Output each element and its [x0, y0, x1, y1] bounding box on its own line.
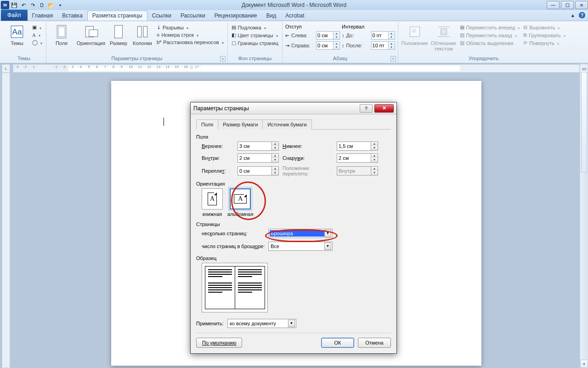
scroll-down-button[interactable]: ▼	[580, 360, 588, 368]
page-color-icon: ◧	[232, 32, 236, 38]
theme-effects-button[interactable]: ◯	[31, 39, 43, 46]
ruler-toggle-button[interactable]: ▭	[580, 64, 588, 73]
multiple-pages-label: несколько страниц:	[202, 231, 268, 236]
indent-right-input[interactable]: ▲▼	[316, 41, 340, 50]
window-title: Документ Microsoft Word - Microsoft Word	[242, 2, 346, 8]
group-icon: ⧉	[523, 32, 527, 38]
svg-rect-8	[143, 26, 147, 37]
gutter-pos-input: ▲▼	[337, 166, 378, 176]
dialog-tab-paper[interactable]: Размер бумаги	[218, 119, 263, 130]
align-button[interactable]: ⊟Выровнять	[522, 24, 566, 31]
tab-references[interactable]: Ссылки	[147, 11, 176, 21]
page-borders-icon: ▢	[232, 40, 236, 46]
page-color-button[interactable]: ◧Цвет страницы	[231, 32, 279, 39]
ok-button[interactable]: ОК	[321, 338, 354, 348]
minimize-button[interactable]: —	[547, 1, 560, 9]
dialog-titlebar[interactable]: Параметры страницы ? ✕	[191, 102, 396, 114]
selection-pane-button[interactable]: ▥Область выделения	[459, 40, 521, 46]
group-page-setup: Поля Ориентация Размер Колонки ⤓Разрывы …	[46, 22, 228, 63]
tab-view[interactable]: Вид	[261, 11, 281, 21]
hyphenation-button[interactable]: bªРасстановка переносов	[156, 39, 225, 45]
indent-left-icon: ⇤	[285, 33, 289, 39]
send-backward-icon: ▧	[460, 32, 464, 38]
breaks-button[interactable]: ⤓Разрывы	[156, 24, 225, 31]
cancel-button[interactable]: Отмена	[358, 338, 391, 348]
margins-button[interactable]: Поля	[49, 23, 74, 46]
new-icon[interactable]: 🗋	[38, 1, 46, 9]
indent-left-input[interactable]: ▲▼	[316, 31, 340, 40]
undo-icon[interactable]: ↶	[19, 1, 28, 9]
inside-margin-label: Внутри:	[202, 155, 234, 161]
theme-fonts-button[interactable]: A	[31, 32, 43, 38]
tab-page-layout[interactable]: Разметка страницы	[87, 11, 147, 21]
preview-pane	[202, 263, 268, 312]
bottom-margin-input[interactable]: ▲▼	[337, 142, 378, 151]
rotate-button[interactable]: ⟳Повернуть	[522, 40, 566, 46]
gutter-input[interactable]: ▲▼	[237, 166, 279, 176]
group-title-page-setup: Параметры страницы↘	[49, 56, 225, 63]
horizontal-ruler[interactable]: · 3 · · 2 · · 1 · · 1 · · 2 · · 3 · · 4 …	[13, 64, 580, 73]
open-icon[interactable]: 📂	[47, 1, 55, 9]
bring-forward-button[interactable]: ▦Переместить вперед	[459, 24, 521, 31]
dialog-close-button[interactable]: ✕	[374, 104, 394, 113]
columns-button[interactable]: Колонки	[131, 23, 154, 46]
save-icon[interactable]: 💾	[10, 1, 18, 9]
dialog-title: Параметры страницы	[193, 105, 249, 112]
file-tab[interactable]: Файл	[1, 10, 28, 21]
svg-rect-6	[115, 25, 123, 38]
apply-to-combo[interactable]: ко всему документу▼	[227, 319, 296, 328]
redo-icon[interactable]: ↷	[28, 1, 37, 9]
minimize-ribbon-icon[interactable]: ▴	[570, 12, 576, 18]
size-button[interactable]: Размер	[108, 23, 129, 46]
tab-mailings[interactable]: Рассылки	[176, 11, 210, 21]
dialog-tab-margins[interactable]: Поля	[196, 119, 218, 130]
svg-rect-11	[441, 29, 447, 35]
dialog-help-button[interactable]: ?	[360, 104, 373, 113]
themes-button[interactable]: Aa Темы	[5, 23, 29, 46]
orientation-portrait[interactable]: книжная	[202, 188, 223, 217]
orientation-button[interactable]: Ориентация	[76, 23, 106, 46]
spacing-before-input[interactable]: ▲▼	[371, 31, 395, 40]
theme-colors-button[interactable]: ▣	[31, 24, 43, 31]
send-backward-button[interactable]: ▧Переместить назад	[459, 32, 521, 39]
section-orientation: Ориентация	[196, 181, 391, 187]
title-bar: W 💾 ↶ ↷ 🗋 📂 ▾ Документ Microsoft Word - …	[0, 0, 588, 10]
top-margin-input[interactable]: ▲▼	[237, 142, 279, 151]
page-setup-launcher[interactable]: ↘	[220, 56, 226, 62]
section-pages: Страницы	[196, 221, 391, 227]
qat-more-icon[interactable]: ▾	[56, 1, 64, 9]
spacing-after-input[interactable]: ▲▼	[371, 41, 395, 50]
watermark-button[interactable]: ▤Подложка	[231, 24, 279, 31]
align-icon: ⊟	[523, 24, 527, 30]
paragraph-launcher[interactable]: ↘	[390, 56, 396, 62]
tab-insert[interactable]: Вставка	[57, 11, 87, 21]
vertical-ruler[interactable]	[2, 73, 10, 368]
svg-rect-5	[89, 30, 98, 37]
sheets-per-booklet-combo[interactable]: Все▼	[268, 242, 333, 251]
page-borders-button[interactable]: ▢Границы страниц	[231, 40, 279, 46]
section-preview: Образец	[196, 255, 391, 261]
app-icon[interactable]: W	[1, 1, 9, 9]
vertical-scrollbar[interactable]: ▲ ▼	[580, 63, 588, 368]
close-button[interactable]: ✕	[575, 1, 588, 9]
help-icon[interactable]: ?	[579, 12, 585, 18]
scroll-thumb[interactable]	[581, 72, 587, 173]
tab-acrobat[interactable]: Acrobat	[281, 11, 309, 21]
select-all-corner[interactable]: L	[2, 64, 10, 73]
group-button[interactable]: ⧉Группировать	[522, 32, 566, 39]
group-paragraph: Отступ ⇤Слева:▲▼ ⇥Справа:▲▼ Интервал ↕До…	[283, 22, 398, 63]
position-button[interactable]: Положение	[401, 23, 429, 46]
wrap-text-button[interactable]: Обтекание текстом	[430, 23, 457, 51]
tab-home[interactable]: Главная	[28, 11, 58, 21]
orientation-landscape[interactable]: альбомная	[227, 188, 253, 217]
tab-review[interactable]: Рецензирование	[210, 11, 262, 21]
outside-margin-input[interactable]: ▲▼	[337, 153, 378, 163]
maximize-button[interactable]: ☐	[561, 1, 574, 9]
inside-margin-input[interactable]: ▲▼	[237, 153, 279, 163]
text-cursor	[164, 118, 164, 126]
line-numbers-button[interactable]: ≡Номера строк	[156, 32, 225, 38]
rotate-icon: ⟳	[523, 40, 527, 46]
default-button[interactable]: По умолчанию	[196, 338, 242, 348]
dialog-tab-layout[interactable]: Источник бумаги	[262, 119, 311, 130]
multiple-pages-combo[interactable]: Брошюра▼	[268, 229, 333, 238]
